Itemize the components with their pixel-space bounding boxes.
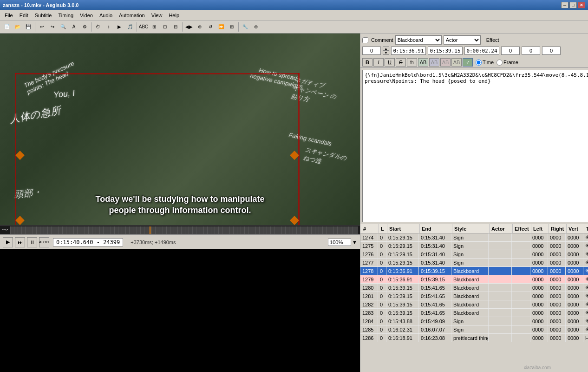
menu-video[interactable]: Video (77, 12, 96, 19)
toolbar-spell[interactable]: ABC (138, 22, 149, 32)
comment-checkbox[interactable] (362, 37, 368, 43)
table-row[interactable]: 127700:15:29.150:15:31.40Sign00000000000… (360, 259, 588, 267)
toolbar-shift-times[interactable]: ⏱ (93, 22, 103, 32)
col-header-right[interactable]: Right (549, 224, 567, 233)
table-row[interactable]: 128300:15:39.150:15:41.65Blackboard00000… (360, 309, 588, 317)
toolbar-new[interactable]: 📄 (2, 22, 12, 32)
toolbar-sep4 (182, 22, 183, 32)
script-text-area[interactable]: {\fn}JanieHmkBold\bord1.5\3c&H2A332D&\c&… (362, 70, 588, 222)
menu-view[interactable]: View (149, 12, 165, 19)
toolbar-time5[interactable]: ⊞ (227, 22, 237, 32)
toolbar-style[interactable]: A (69, 22, 79, 32)
color3-button[interactable]: AB (440, 58, 451, 66)
table-row[interactable]: 128500:16:02.310:16:07.07Sign00000000000… (360, 326, 588, 334)
table-row[interactable]: 127600:15:29.150:15:31.40Sign00000000000… (360, 250, 588, 259)
table-row[interactable]: 127800:15:36.910:15:39.15Blackboard00000… (360, 267, 588, 275)
toolbar-prop[interactable]: ⚙ (79, 22, 90, 32)
layer-spinner[interactable]: ▲ ▼ (383, 46, 389, 55)
col-header-l[interactable]: L (379, 224, 387, 233)
col-header-style[interactable]: Style (452, 224, 490, 233)
minimize-button[interactable]: ─ (561, 2, 568, 8)
frame-radio[interactable] (497, 60, 503, 66)
toolbar-sort[interactable]: ↕ (104, 22, 114, 32)
toolbar-undo[interactable]: ↩ (37, 22, 47, 32)
timeline-playhead[interactable] (150, 226, 150, 234)
toolbar-extra3[interactable]: 🔧 (240, 22, 250, 32)
color2-button[interactable]: AB (429, 58, 439, 66)
table-body: 127400:15:29.150:15:31.40Sign00000000000… (360, 233, 588, 372)
margin-l-field[interactable] (501, 46, 520, 55)
play-button[interactable]: ▶ (3, 237, 13, 247)
close-button[interactable]: ✕ (578, 2, 585, 8)
toolbar-video-open[interactable]: ▶ (114, 22, 124, 32)
col-header-effect[interactable]: Effect (513, 224, 531, 233)
toolbar-extra4[interactable]: ⊕ (251, 22, 261, 32)
col-header-actor[interactable]: Actor (490, 224, 513, 233)
col-header-vert[interactable]: Vert (567, 224, 584, 233)
menu-edit[interactable]: Edit (17, 12, 31, 19)
layer-field[interactable] (362, 46, 381, 55)
menu-help[interactable]: Help (166, 12, 182, 19)
frame-radio-label[interactable]: Frame (497, 60, 518, 66)
color1-button[interactable]: AB (418, 58, 428, 66)
menu-subtitle[interactable]: Subtitle (32, 12, 55, 19)
col-header-start[interactable]: Start (387, 224, 420, 233)
table-cell (512, 275, 530, 283)
table-row[interactable]: 128200:15:39.150:15:41.65Blackboard00000… (360, 300, 588, 309)
toolbar-time1[interactable]: ◀▶ (184, 22, 194, 32)
margin-v-field[interactable] (542, 46, 561, 55)
zoom-input[interactable] (328, 239, 351, 246)
table-cell: ✳Agne (583, 309, 588, 317)
toolbar-time3[interactable]: ↺ (205, 22, 216, 32)
table-row[interactable]: 128600:16:18.910:16:23.08prettlecard thi… (360, 334, 588, 342)
toolbar-open[interactable]: 📂 (13, 22, 23, 32)
toolbar-time4[interactable]: ⏩ (216, 22, 226, 32)
toolbar-time2[interactable]: ⊕ (195, 22, 205, 32)
start-time-field[interactable] (391, 46, 426, 55)
end-time-field[interactable] (428, 46, 463, 55)
style-dropdown[interactable]: Blackboard (395, 35, 442, 45)
col-header-left[interactable]: Left (531, 224, 549, 233)
duration-field[interactable] (464, 46, 499, 55)
maximize-button[interactable]: □ (569, 2, 577, 8)
menu-file[interactable]: File (2, 12, 16, 19)
layer-up[interactable]: ▲ (383, 46, 389, 51)
pause-button[interactable]: ⏸ (27, 237, 37, 247)
time-radio[interactable] (476, 60, 482, 66)
color4-button[interactable]: AB (451, 58, 462, 66)
table-row[interactable]: 127500:15:29.150:15:31.40Sign00000000000… (360, 242, 588, 250)
play-next-button[interactable]: ⏭ (15, 237, 25, 247)
bold-button[interactable]: B (362, 58, 372, 66)
menu-timing[interactable]: Timing (55, 12, 76, 19)
toolbar-find[interactable]: 🔍 (58, 22, 68, 32)
italic-button[interactable]: I (373, 58, 384, 66)
toolbar-res[interactable]: ⊞ (149, 22, 159, 32)
table-row[interactable]: 128000:15:39.150:15:41.65Blackboard00000… (360, 284, 588, 292)
toolbar-extra1[interactable]: ⊡ (160, 22, 170, 32)
col-header-end[interactable]: End (420, 224, 452, 233)
toolbar-redo[interactable]: ↪ (47, 22, 58, 32)
strikethrough-button[interactable]: S (396, 58, 406, 66)
margin-r-field[interactable] (522, 46, 540, 55)
col-header-text[interactable]: Text (584, 224, 588, 233)
table-row[interactable]: 128400:15:43.880:15:49.09Sign00000000000… (360, 317, 588, 326)
table-row[interactable]: 127400:15:29.150:15:31.40Sign00000000000… (360, 233, 588, 242)
underline-button[interactable]: U (385, 58, 395, 66)
accept-button[interactable]: ✓ (463, 58, 473, 66)
timeline-strip[interactable] (10, 226, 358, 234)
time-radio-label[interactable]: Time (476, 60, 494, 66)
toolbar-audio-open[interactable]: 🎵 (125, 22, 135, 32)
layer-down[interactable]: ▼ (383, 51, 389, 55)
zoom-dropdown-icon[interactable]: ▼ (352, 239, 357, 245)
toolbar-extra2[interactable]: ⊟ (170, 22, 181, 32)
table-cell: ✳Fun Fun Fun (583, 317, 588, 325)
toolbar-save[interactable]: 💾 (23, 22, 33, 32)
table-row[interactable]: 127900:15:36.910:15:39.15Blackboard00000… (360, 275, 588, 284)
actor-dropdown[interactable]: Actor (444, 35, 481, 45)
auto-button[interactable]: AUTO (39, 237, 49, 247)
col-header-num[interactable]: # (361, 224, 379, 233)
menu-audio[interactable]: Audio (97, 12, 115, 19)
table-row[interactable]: 128100:15:39.150:15:41.65Blackboard00000… (360, 292, 588, 300)
menu-automation[interactable]: Automation (116, 12, 148, 19)
font-name-button[interactable]: fn (407, 58, 417, 66)
